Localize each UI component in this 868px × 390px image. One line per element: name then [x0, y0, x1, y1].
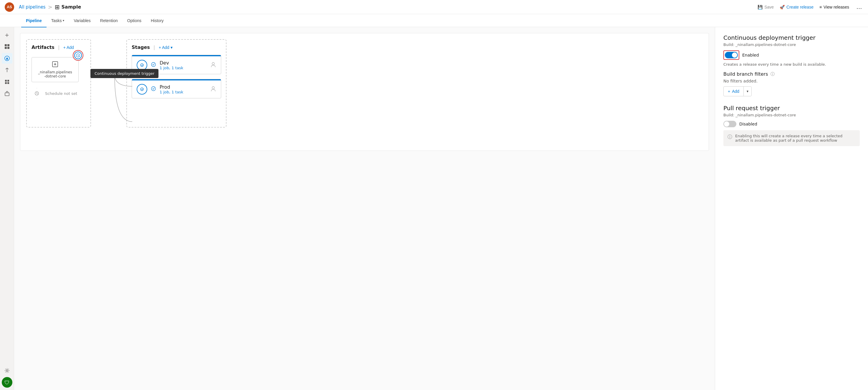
- pr-toggle-row: Disabled: [723, 121, 860, 127]
- svg-point-11: [6, 370, 8, 371]
- build-branch-filters-title: Build branch filters ⓘ: [723, 71, 860, 77]
- pr-trigger-section: Pull request trigger Build: _ninallam.pi…: [723, 104, 860, 146]
- more-options-button[interactable]: …: [855, 3, 863, 10]
- topbar-actions: 💾 Save 🚀 Create release ≡ View releases …: [757, 3, 863, 10]
- stage-person-dev[interactable]: [210, 62, 216, 69]
- stage-name-dev: Dev: [160, 60, 207, 66]
- breadcrumb: All pipelines > ⊞ Sample: [19, 3, 757, 10]
- sidebar-icon-boards[interactable]: [2, 53, 12, 64]
- svg-point-14: [141, 64, 144, 66]
- stages-header: Stages | + Add ▾: [132, 44, 221, 50]
- schedule-label: Schedule not set: [45, 91, 77, 96]
- sidebar-icon-artifacts[interactable]: [2, 88, 12, 99]
- tab-retention[interactable]: Retention: [95, 14, 123, 27]
- save-icon: 💾: [757, 5, 763, 9]
- artifact-card: _ninallam.pipelines-dotnet-core: [32, 57, 79, 82]
- svg-point-16: [212, 62, 214, 65]
- sidebar-icon-settings[interactable]: [2, 365, 12, 376]
- view-releases-button[interactable]: ≡ View releases: [819, 5, 849, 9]
- svg-rect-7: [7, 80, 9, 82]
- cd-toggle-thumb: [732, 53, 737, 58]
- svg-rect-2: [5, 47, 7, 49]
- stage-name-prod: Prod: [160, 84, 207, 90]
- artifact-card-wrapper: _ninallam.pipelines-dotnet-core Continuo…: [32, 55, 79, 82]
- stage-icon-dev: [151, 62, 156, 68]
- cd-toggle-label: Enabled: [742, 53, 759, 57]
- artifact-name: _ninallam.pipelines-dotnet-core: [38, 70, 72, 78]
- sidebar-icon-security[interactable]: 🛡: [2, 377, 12, 388]
- artifact-type-icon: [52, 61, 58, 69]
- tab-options[interactable]: Options: [123, 14, 146, 27]
- create-release-button[interactable]: 🚀 Create release: [780, 5, 813, 9]
- cd-trigger-section: Continuous deployment trigger Build: _ni…: [723, 34, 860, 96]
- pr-info-box: ⓘ Enabling this will create a release ev…: [723, 130, 860, 146]
- pr-description: Enabling this will create a release ever…: [735, 134, 856, 143]
- nav-tabs: Pipeline Tasks ▾ Variables Retention Opt…: [0, 14, 868, 27]
- add-filter-button[interactable]: + Add: [724, 87, 743, 95]
- svg-rect-1: [7, 44, 9, 46]
- stages-section: Stages | + Add ▾: [126, 39, 226, 127]
- cd-trigger-title: Continuous deployment trigger: [723, 34, 860, 41]
- svg-rect-8: [5, 82, 7, 84]
- svg-point-17: [141, 88, 144, 91]
- svg-point-15: [151, 62, 156, 66]
- stages-add-dropdown-arrow: ▾: [170, 45, 173, 50]
- pr-trigger-subtitle: Build: _ninallam.pipelines-dotnet-core: [723, 113, 860, 117]
- stage-card-prod: Prod 1 job, 1 task: [132, 79, 221, 98]
- pr-toggle-thumb: [724, 121, 729, 127]
- svg-rect-0: [5, 44, 7, 46]
- stages-add-button[interactable]: + Add ▾: [159, 45, 173, 50]
- sidebar-icon-pipelines[interactable]: [2, 65, 12, 76]
- rocket-icon: 🚀: [780, 5, 785, 9]
- cd-toggle[interactable]: [725, 52, 738, 58]
- save-button[interactable]: 💾 Save: [757, 5, 774, 9]
- pipeline-layout: Artifacts | + Add _ninallam.pipelines-do…: [26, 39, 703, 127]
- add-filter-dropdown-button[interactable]: ▾: [744, 88, 751, 95]
- cd-trigger-badge[interactable]: [73, 50, 83, 61]
- artifacts-section: Artifacts | + Add _ninallam.pipelines-do…: [26, 39, 91, 127]
- stage-info-prod: Prod 1 job, 1 task: [160, 84, 207, 94]
- right-panel: Continuous deployment trigger Build: _ni…: [715, 27, 868, 390]
- pr-toggle[interactable]: [723, 121, 736, 127]
- list-icon: ≡: [819, 5, 822, 9]
- add-filter-plus-icon: +: [728, 89, 730, 94]
- stage-person-prod[interactable]: [210, 86, 216, 93]
- no-filters-label: No filters added.: [723, 79, 860, 83]
- pipeline-title: ⊞ Sample: [55, 3, 81, 10]
- pr-toggle-label: Disabled: [739, 122, 757, 126]
- stage-details-dev: 1 job, 1 task: [160, 66, 207, 70]
- svg-rect-3: [7, 47, 9, 49]
- pr-trigger-title: Pull request trigger: [723, 104, 860, 112]
- avatar-button[interactable]: AS: [5, 2, 14, 12]
- tab-pipeline[interactable]: Pipeline: [21, 14, 46, 27]
- stage-details-prod: 1 job, 1 task: [160, 90, 207, 94]
- cd-toggle-container: [723, 50, 739, 60]
- canvas-area: Artifacts | + Add _ninallam.pipelines-do…: [14, 27, 715, 390]
- cd-trigger-subtitle: Build: _ninallam.pipelines-dotnet-core: [723, 42, 860, 47]
- tab-tasks[interactable]: Tasks ▾: [46, 14, 69, 27]
- pipeline-icon: ⊞: [55, 3, 60, 10]
- svg-point-18: [151, 87, 156, 91]
- build-branch-info-icon[interactable]: ⓘ: [771, 71, 775, 77]
- tasks-dropdown-arrow: ▾: [63, 19, 64, 22]
- tab-variables[interactable]: Variables: [69, 14, 95, 27]
- stage-pre-deploy-icon-prod[interactable]: [137, 84, 147, 95]
- artifacts-add-button[interactable]: + Add: [63, 45, 74, 50]
- trigger-tooltip: Continuous deployment trigger: [90, 69, 158, 78]
- svg-rect-10: [5, 93, 9, 96]
- trigger-badge-inner: [74, 52, 82, 59]
- pipeline-container: Artifacts | + Add _ninallam.pipelines-do…: [20, 33, 709, 151]
- pr-info-icon: ⓘ: [727, 134, 732, 140]
- sidebar-icon-dashboard[interactable]: [2, 41, 12, 52]
- sidebar-icon-plus[interactable]: +: [2, 29, 12, 40]
- sidebar-icon-test[interactable]: [2, 77, 12, 87]
- artifacts-header: Artifacts | + Add: [32, 44, 86, 50]
- stage-icon-prod: [151, 86, 156, 92]
- tab-history[interactable]: History: [146, 14, 168, 27]
- sidebar: + 🛡: [0, 27, 14, 390]
- add-filter-group: + Add ▾: [723, 86, 752, 96]
- breadcrumb-separator: >: [48, 4, 53, 10]
- all-pipelines-link[interactable]: All pipelines: [19, 4, 45, 10]
- stage-card-prod-body: Prod 1 job, 1 task: [132, 81, 221, 98]
- stages-add-group: + Add ▾: [159, 45, 173, 50]
